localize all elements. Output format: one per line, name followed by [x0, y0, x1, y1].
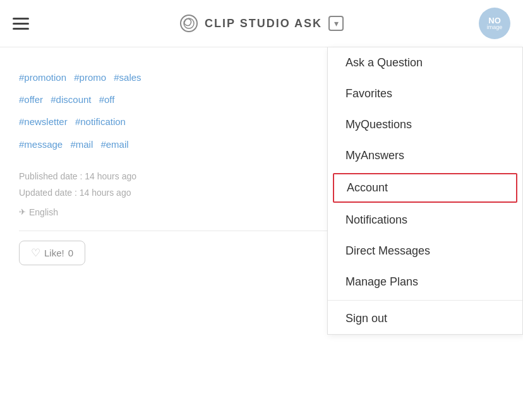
menu-item-notifications[interactable]: Notifications: [328, 205, 522, 236]
hamburger-menu-button[interactable]: [13, 18, 29, 30]
header: CLIP STUDIO ASK NO image: [0, 0, 523, 47]
like-button[interactable]: ♡ Like! 0: [19, 241, 85, 265]
like-label: Like!: [44, 248, 64, 258]
like-count: 0: [68, 248, 73, 258]
menu-item-manage-plans[interactable]: Manage Plans: [328, 267, 522, 297]
menu-item-my-answers[interactable]: MyAnswers: [328, 140, 522, 171]
tag-item[interactable]: #off: [99, 94, 115, 105]
heart-icon: ♡: [31, 246, 40, 260]
tag-item[interactable]: #message: [19, 139, 65, 150]
svg-point-0: [181, 15, 197, 32]
location-icon: ✈: [19, 205, 26, 220]
tag-item[interactable]: #offer: [19, 94, 45, 105]
header-center: CLIP STUDIO ASK: [179, 14, 344, 33]
tag-item[interactable]: #newsletter: [19, 116, 70, 127]
menu-item-sign-out[interactable]: Sign out: [328, 303, 522, 334]
menu-item-ask-question[interactable]: Ask a Question: [328, 47, 522, 78]
app-title: CLIP STUDIO ASK: [205, 17, 322, 30]
menu-item-my-questions[interactable]: MyQuestions: [328, 109, 522, 140]
menu-item-direct-messages[interactable]: Direct Messages: [328, 236, 522, 267]
tag-item[interactable]: #promo: [74, 72, 109, 83]
main-content: #promotion #promo #sales #offer #discoun…: [0, 47, 523, 420]
header-dropdown-button[interactable]: [328, 16, 344, 31]
tag-item[interactable]: #mail: [70, 139, 95, 150]
menu-divider: [328, 300, 522, 301]
tag-item[interactable]: #sales: [114, 72, 141, 83]
logo-icon: [179, 14, 198, 33]
avatar-image-text: image: [487, 25, 503, 30]
avatar[interactable]: NO image: [479, 8, 510, 39]
tag-item[interactable]: #notification: [75, 116, 126, 127]
tag-item[interactable]: #promotion: [19, 72, 69, 83]
menu-item-favorites[interactable]: Favorites: [328, 78, 522, 109]
dropdown-menu: Ask a QuestionFavoritesMyQuestionsMyAnsw…: [327, 47, 523, 335]
menu-item-account[interactable]: Account: [333, 173, 517, 203]
tag-item[interactable]: #email: [100, 139, 128, 150]
language-label: English: [29, 204, 58, 221]
tag-item[interactable]: #discount: [51, 94, 93, 105]
